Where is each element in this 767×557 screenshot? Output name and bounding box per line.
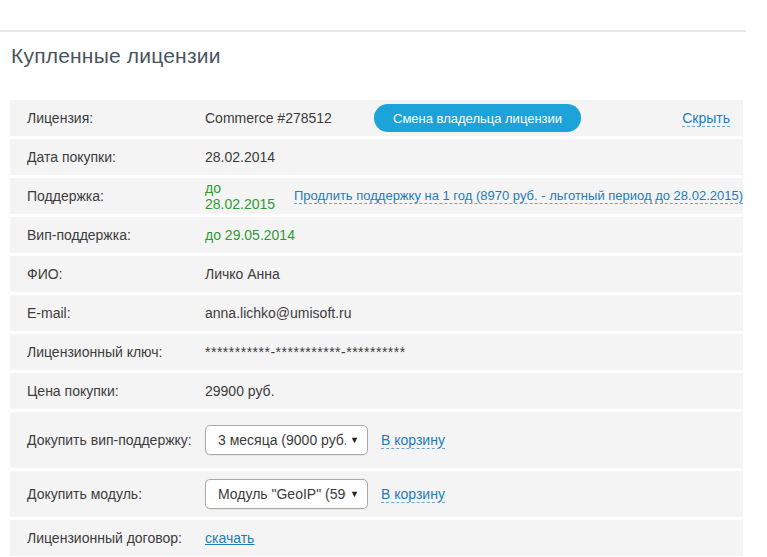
fio-label: ФИО:	[27, 265, 205, 284]
vip-support-label: Вип-поддержка:	[27, 226, 205, 245]
chevron-down-icon: ▼	[350, 435, 359, 445]
cart-link-wrap: В корзину	[381, 486, 445, 502]
license-key-value: ***********-***********-**********	[205, 344, 406, 360]
vip-support-until-value: до 29.05.2014	[205, 227, 295, 243]
row-fio: ФИО: Личко Анна	[10, 256, 743, 292]
buy-module-label: Докупить модуль:	[27, 485, 205, 504]
row-buy-vip-support: Докупить вип-поддержку: 3 месяца (9000 р…	[10, 412, 743, 468]
license-key-label: Лицензионный ключ:	[27, 343, 205, 362]
row-purchase-date: Дата покупки: 28.02.2014	[10, 139, 743, 175]
purchase-date-label: Дата покупки:	[27, 148, 205, 167]
license-agreement-label: Лицензионный договор:	[27, 529, 205, 548]
chevron-down-icon: ▼	[350, 489, 359, 499]
add-to-cart-link-module[interactable]: В корзину	[381, 486, 445, 503]
hide-link[interactable]: Скрыть	[682, 110, 730, 127]
row-buy-module: Докупить модуль: Модуль "GeoIP" (5900 р …	[10, 471, 743, 517]
license-table: Лицензия: Commerce #278512 Смена владель…	[10, 100, 743, 557]
vip-support-select-value: 3 месяца (9000 руб.)	[218, 432, 346, 448]
cart-link-wrap: В корзину	[381, 432, 445, 448]
email-label: E-mail:	[27, 304, 205, 323]
email-value: anna.lichko@umisoft.ru	[205, 305, 352, 321]
vip-support-select[interactable]: 3 месяца (9000 руб.) ▼	[205, 425, 368, 455]
row-vip-support: Вип-поддержка: до 29.05.2014	[10, 217, 743, 253]
row-license: Лицензия: Commerce #278512 Смена владель…	[10, 100, 743, 136]
change-owner-button[interactable]: Смена владельца лицензии	[374, 104, 581, 132]
row-support: Поддержка: до 28.02.2015 Продлить поддер…	[10, 178, 743, 214]
hide-link-wrap: Скрыть	[682, 110, 730, 126]
buy-vip-support-label: Докупить вип-поддержку:	[27, 431, 205, 450]
fio-value: Личко Анна	[205, 266, 280, 282]
row-license-agreement: Лицензионный договор: скачать	[10, 520, 743, 556]
support-label: Поддержка:	[27, 187, 205, 206]
support-until-value: до 28.02.2015	[205, 180, 284, 212]
row-license-key: Лицензионный ключ: ***********-*********…	[10, 334, 743, 370]
add-to-cart-link-vip[interactable]: В корзину	[381, 432, 445, 449]
download-agreement-link[interactable]: скачать	[205, 530, 254, 546]
top-divider	[0, 30, 746, 32]
module-select[interactable]: Модуль "GeoIP" (5900 р ▼	[205, 479, 368, 509]
purchase-date-value: 28.02.2014	[205, 149, 275, 165]
purchase-price-label: Цена покупки:	[27, 382, 205, 401]
row-email: E-mail: anna.lichko@umisoft.ru	[10, 295, 743, 331]
license-label: Лицензия:	[27, 109, 205, 128]
license-value: Commerce #278512	[205, 110, 374, 126]
extend-support-link[interactable]: Продлить поддержку на 1 год (8970 руб. -…	[294, 188, 743, 204]
row-purchase-price: Цена покупки: 29900 руб.	[10, 373, 743, 409]
module-select-value: Модуль "GeoIP" (5900 р	[218, 486, 346, 502]
purchase-price-value: 29900 руб.	[205, 383, 275, 399]
page-title: Купленные лицензии	[11, 44, 221, 68]
